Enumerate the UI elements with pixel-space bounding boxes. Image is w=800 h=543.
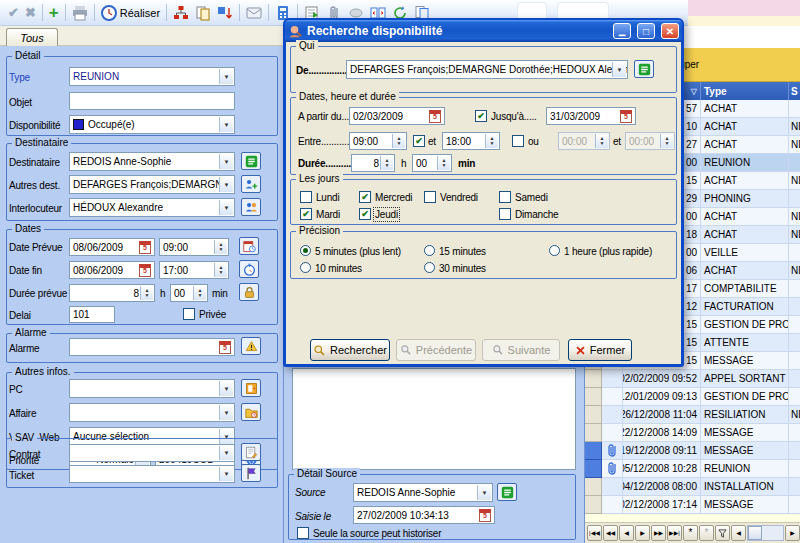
time-fin-spinner[interactable]: 17:00 <box>159 261 229 279</box>
affaire-combo[interactable] <box>69 403 235 422</box>
validate-button[interactable]: ✔ <box>5 2 22 24</box>
table-row[interactable]: 12/01/2009 09:13 GESTION DE PRO. <box>585 388 800 406</box>
header-type[interactable]: Type <box>701 82 789 100</box>
spinner-buttons-icon[interactable] <box>214 240 227 254</box>
table-row[interactable]: 02/12/2008 17:14 MESSAGE <box>585 496 800 514</box>
row-indicator[interactable] <box>585 496 602 514</box>
saisie-le-input[interactable]: 27/02/2009 10:34:13 <box>353 506 495 524</box>
privee-checkbox[interactable] <box>183 308 195 320</box>
interlocuteur-button[interactable] <box>241 198 261 216</box>
close-button[interactable] <box>661 23 679 39</box>
ou-checkbox[interactable] <box>512 135 524 147</box>
type-combo[interactable]: REUNION <box>69 67 235 86</box>
date-fin-input[interactable]: 08/06/2009 <box>69 261 155 279</box>
spinner-buttons-icon[interactable] <box>485 134 498 148</box>
nav-prev-button[interactable]: ◀ <box>619 525 634 541</box>
spinner-buttons-icon[interactable] <box>437 156 450 170</box>
alarme-input[interactable] <box>69 338 235 356</box>
calendar-icon[interactable] <box>620 110 632 123</box>
maximize-button[interactable] <box>637 23 655 39</box>
nav-last-button[interactable]: ▶▶| <box>667 525 682 541</box>
pc-combo[interactable] <box>69 379 235 398</box>
dropdown-arrow-icon[interactable] <box>612 62 626 77</box>
radio-30min[interactable] <box>424 262 435 273</box>
calendar-icon[interactable] <box>429 110 441 123</box>
radio-5min[interactable] <box>300 245 311 256</box>
nav-first-button[interactable]: |◀◀ <box>587 525 602 541</box>
dropdown-arrow-icon[interactable] <box>219 446 233 460</box>
duree-m-spinner[interactable]: 00 <box>170 284 208 302</box>
spinner-buttons-icon[interactable] <box>140 286 153 300</box>
row-indicator[interactable] <box>585 406 602 424</box>
suivante-button[interactable]: Suivante <box>482 339 560 361</box>
table-row[interactable]: 04/12/2008 08:00 INSTALLATION <box>585 478 800 496</box>
hscroll-thumb[interactable] <box>748 526 762 540</box>
historiser-checkbox[interactable] <box>297 527 309 539</box>
realiser-button[interactable]: Réaliser <box>98 2 163 24</box>
destinataire-combo[interactable]: REDOIS Anne-Sophie <box>69 152 235 171</box>
spinner-buttons-icon[interactable] <box>193 286 206 300</box>
autres-dest-combo[interactable]: DEFARGES François;DEMARGNE <box>69 175 235 194</box>
cancel-button[interactable]: ✖ <box>22 2 39 24</box>
add-button[interactable]: + <box>46 2 62 24</box>
row-indicator[interactable] <box>585 388 602 406</box>
row-indicator[interactable] <box>585 370 602 388</box>
interlocuteur-combo[interactable]: HÉDOUX Alexandre <box>69 198 235 217</box>
dispo-combo[interactable]: Occupé(e) <box>69 115 235 134</box>
planning-button[interactable] <box>239 237 259 255</box>
row-indicator[interactable] <box>585 424 602 442</box>
table-row[interactable]: 26/12/2008 11:04 RESILIATION ND <box>585 406 800 424</box>
dropdown-arrow-icon[interactable] <box>219 154 233 169</box>
duree-m-spinner[interactable]: 00 <box>412 154 452 172</box>
contrat-combo[interactable] <box>69 444 235 462</box>
header-extra[interactable]: S <box>789 82 800 100</box>
autres-dest-button[interactable] <box>241 175 261 193</box>
table-row[interactable]: 19/12/2008 09:11 MESSAGE <box>585 442 800 460</box>
stopwatch-button[interactable] <box>239 260 259 278</box>
dialog-titlebar[interactable]: Recherche disponibilité <box>285 20 682 42</box>
time-prevue-spinner[interactable]: 09:00 <box>159 238 229 256</box>
spinner-buttons-icon[interactable] <box>392 134 405 148</box>
nav-next-fast-button[interactable]: ▶▶ <box>651 525 666 541</box>
source-list-button[interactable] <box>497 483 517 501</box>
hscroll-track[interactable] <box>747 525 784 541</box>
dropdown-arrow-icon[interactable] <box>477 485 491 500</box>
duree-h-spinner[interactable]: 8 <box>69 284 155 302</box>
nav-new-disabled-button[interactable]: * <box>699 525 714 541</box>
tab-tous[interactable]: Tous <box>6 28 58 46</box>
mail-button[interactable] <box>243 2 265 24</box>
pc-button[interactable] <box>241 379 261 397</box>
entre-start-spinner[interactable]: 09:00 <box>349 132 407 150</box>
checkbox-vendredi[interactable] <box>424 191 436 203</box>
dropdown-arrow-icon[interactable] <box>219 200 233 215</box>
radio-10min[interactable] <box>300 262 311 273</box>
precedente-button[interactable]: Précédente <box>396 339 476 361</box>
hscroll-right-button[interactable]: ▶ <box>785 525 800 541</box>
et-checkbox[interactable] <box>413 135 425 147</box>
table-row[interactable]: 02/02/2009 09:52 APPEL SORTANT <box>585 370 800 388</box>
print-button[interactable] <box>69 2 91 24</box>
jusqua-input[interactable]: 31/03/2009 <box>546 107 636 125</box>
apartir-input[interactable]: 02/03/2009 <box>349 107 445 125</box>
org-chart-button[interactable] <box>170 2 192 24</box>
affaire-button[interactable] <box>241 403 261 421</box>
de-list-button[interactable] <box>634 60 654 78</box>
entre-end-spinner[interactable]: 18:00 <box>442 132 500 150</box>
nav-next-button[interactable]: ▶ <box>635 525 650 541</box>
delai-input[interactable]: 101 <box>69 306 115 323</box>
calendar-icon[interactable] <box>139 241 151 254</box>
alarme-button[interactable] <box>241 337 261 355</box>
dropdown-arrow-icon[interactable] <box>219 69 233 84</box>
copy-document-button[interactable] <box>192 2 214 24</box>
checkbox-mardi[interactable] <box>300 208 312 220</box>
source-combo[interactable]: REDOIS Anne-Sophie <box>353 483 493 502</box>
nav-filter-button[interactable] <box>715 525 730 541</box>
dropdown-arrow-icon[interactable] <box>219 177 233 192</box>
lock-button[interactable] <box>239 283 259 301</box>
date-prevue-input[interactable]: 08/06/2009 <box>69 238 155 256</box>
objet-input[interactable] <box>69 92 235 110</box>
spinner-buttons-icon[interactable] <box>214 263 227 277</box>
checkbox-mercredi[interactable] <box>359 191 371 203</box>
checkbox-samedi[interactable] <box>499 191 511 203</box>
radio-15min[interactable] <box>424 245 435 256</box>
